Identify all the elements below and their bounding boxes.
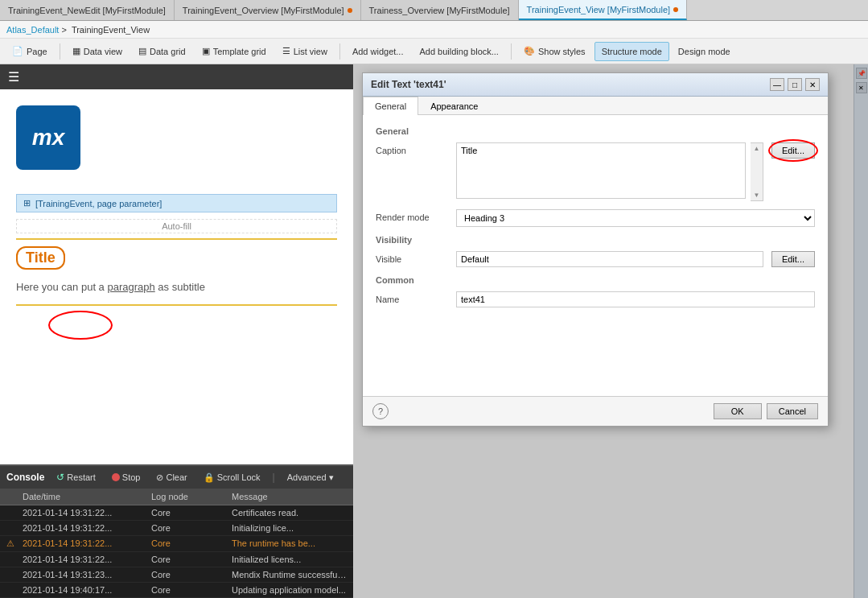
row-message: Updating application model... bbox=[228, 584, 350, 596]
render-mode-row: Render mode Heading 1 Heading 2 Heading … bbox=[376, 209, 815, 227]
caption-textarea-wrapper bbox=[456, 142, 746, 201]
console-panel: Console ↺ Restart Stop ⊘ Clear 🔒 Scroll … bbox=[0, 464, 353, 598]
console-row: 2021-01-14 19:40:17... Core Updating app… bbox=[0, 583, 353, 598]
styles-icon: 🎨 bbox=[524, 46, 535, 56]
cancel-button[interactable]: Cancel bbox=[767, 403, 818, 419]
title-element[interactable]: Title bbox=[16, 246, 65, 270]
row-warn-icon: ⚠ bbox=[3, 537, 19, 551]
row-lognode: Core bbox=[148, 537, 228, 551]
row-warn-icon bbox=[3, 568, 19, 581]
tab-training-event-view[interactable]: TrainingEvent_View [MyFirstModule] bbox=[519, 0, 688, 20]
restart-icon: ↺ bbox=[56, 472, 64, 483]
visible-row: Visible Edit... bbox=[376, 251, 815, 267]
data-view-button[interactable]: ▦ Data view bbox=[65, 42, 130, 61]
caption-area: ▲ ▼ bbox=[456, 142, 763, 201]
close-button[interactable]: ✕ bbox=[805, 78, 820, 91]
advanced-button[interactable]: Advanced ▾ bbox=[283, 471, 338, 485]
console-title: Console bbox=[6, 472, 44, 483]
console-header: Console ↺ Restart Stop ⊘ Clear 🔒 Scroll … bbox=[0, 466, 353, 489]
modal-body: General Caption ▲ ▼ bbox=[363, 115, 828, 396]
name-input[interactable] bbox=[456, 291, 815, 307]
data-view-icon: ▦ bbox=[72, 46, 80, 56]
main-area: ☰ mx ⊞ [TrainingEvent, page parameter] A… bbox=[0, 64, 868, 598]
edit-caption-button[interactable]: Edit... bbox=[771, 142, 815, 159]
console-row: 2021-01-14 19:31:22... Core Certificates… bbox=[0, 505, 353, 521]
data-grid-button[interactable]: ▤ Data grid bbox=[131, 42, 193, 61]
tab-training-event-overview[interactable]: TrainingEvent_Overview [MyFirstModule] bbox=[175, 0, 361, 20]
unsaved-dot-active bbox=[673, 7, 678, 12]
minimize-button[interactable]: — bbox=[770, 78, 784, 91]
tab-trainess-overview[interactable]: Trainess_Overview [MyFirstModule] bbox=[361, 0, 519, 20]
scroll-down-arrow: ▼ bbox=[753, 192, 759, 199]
restart-button[interactable]: ↺ Restart bbox=[52, 470, 99, 485]
row-datetime: 2021-01-14 19:31:22... bbox=[19, 522, 148, 534]
row-warn-icon bbox=[3, 584, 19, 596]
add-building-block-button[interactable]: Add building block... bbox=[412, 42, 505, 61]
tab-appearance[interactable]: Appearance bbox=[418, 97, 490, 115]
row-message: Mendix Runtime successfully started, the… bbox=[228, 568, 350, 581]
caption-input[interactable] bbox=[456, 142, 746, 199]
template-grid-button[interactable]: ▣ Template grid bbox=[195, 42, 274, 61]
row-warn-icon bbox=[3, 553, 19, 566]
structure-mode-button[interactable]: Structure mode bbox=[594, 42, 669, 61]
console-rows: 2021-01-14 19:31:22... Core Certificates… bbox=[0, 505, 353, 598]
modal-overlay: Edit Text 'text41' — □ ✕ General Appeara… bbox=[354, 64, 868, 598]
add-widget-button[interactable]: Add widget... bbox=[345, 42, 411, 61]
tab-bar: TrainingEvent_NewEdit [MyFirstModule] Tr… bbox=[0, 0, 868, 21]
help-button[interactable]: ? bbox=[372, 403, 389, 419]
caption-label: Caption bbox=[376, 142, 448, 155]
clear-icon: ⊘ bbox=[156, 472, 163, 483]
clear-button[interactable]: ⊘ Clear bbox=[152, 471, 191, 485]
row-datetime: 2021-01-14 19:31:23... bbox=[19, 568, 148, 581]
show-styles-button[interactable]: 🎨 Show styles bbox=[516, 42, 593, 61]
render-mode-select[interactable]: Heading 1 Heading 2 Heading 3 Heading 4 … bbox=[456, 209, 815, 227]
design-mode-button[interactable]: Design mode bbox=[671, 42, 738, 61]
row-lognode: Core bbox=[148, 568, 228, 581]
name-row: Name bbox=[376, 291, 815, 307]
console-row: 2021-01-14 19:31:22... Core Initialized … bbox=[0, 552, 353, 567]
scroll-lock-button[interactable]: 🔒 Scroll Lock bbox=[200, 471, 265, 485]
col-lognode: Log node bbox=[148, 490, 228, 503]
maximize-button[interactable]: □ bbox=[788, 78, 802, 91]
row-message: Initializing lice... bbox=[228, 522, 350, 534]
ok-button[interactable]: OK bbox=[714, 403, 762, 419]
page-icon: 📄 bbox=[12, 46, 23, 56]
general-section-label: General bbox=[376, 126, 815, 136]
logo-area: mx bbox=[0, 89, 353, 186]
toolbar-separator-2 bbox=[339, 43, 340, 60]
visible-label: Visible bbox=[376, 251, 448, 264]
common-section-label: Common bbox=[376, 275, 815, 285]
tab-general[interactable]: General bbox=[363, 97, 418, 115]
row-lognode: Core bbox=[148, 584, 228, 596]
toolbar-separator-3 bbox=[511, 43, 512, 60]
caption-scrollbar[interactable]: ▲ ▼ bbox=[751, 142, 763, 201]
col-warn bbox=[3, 490, 19, 503]
visible-input[interactable] bbox=[456, 251, 763, 267]
modal-footer: ? OK Cancel bbox=[363, 396, 828, 426]
console-row: ⚠ 2021-01-14 19:31:22... Core The runtim… bbox=[0, 536, 353, 552]
modal-controls: — □ ✕ bbox=[770, 78, 820, 91]
content-area: Title Here you can put a paragraph as su… bbox=[16, 238, 337, 306]
hamburger-icon[interactable]: ☰ bbox=[8, 69, 19, 85]
subtitle-underlined: paragraph bbox=[107, 281, 154, 293]
tab-training-event-newedit[interactable]: TrainingEvent_NewEdit [MyFirstModule] bbox=[0, 0, 175, 20]
row-datetime: 2021-01-14 19:31:22... bbox=[19, 506, 148, 519]
page-content: ⊞ [TrainingEvent, page parameter] Auto-f… bbox=[0, 186, 353, 464]
stop-button[interactable]: Stop bbox=[108, 471, 145, 484]
list-view-button[interactable]: ☰ List view bbox=[275, 42, 335, 61]
col-datetime: Date/time bbox=[19, 490, 148, 503]
row-message: Initialized licens... bbox=[228, 553, 350, 566]
row-lognode: Core bbox=[148, 506, 228, 519]
param-bar: ⊞ [TrainingEvent, page parameter] bbox=[16, 194, 337, 212]
footer-buttons: OK Cancel bbox=[714, 403, 818, 419]
breadcrumb-separator: > bbox=[61, 25, 66, 35]
breadcrumb-atlas-default[interactable]: Atlas_Default bbox=[6, 25, 59, 35]
render-mode-label: Render mode bbox=[376, 209, 448, 222]
stop-icon bbox=[112, 473, 120, 481]
row-message: The runtime has be... bbox=[228, 537, 350, 551]
row-datetime: 2021-01-14 19:31:22... bbox=[19, 537, 148, 551]
console-row: 2021-01-14 19:31:23... Core Mendix Runti… bbox=[0, 567, 353, 583]
edit-visible-button[interactable]: Edit... bbox=[771, 251, 815, 267]
chevron-down-icon: ▾ bbox=[329, 472, 334, 483]
page-button[interactable]: 📄 Page bbox=[5, 42, 55, 61]
